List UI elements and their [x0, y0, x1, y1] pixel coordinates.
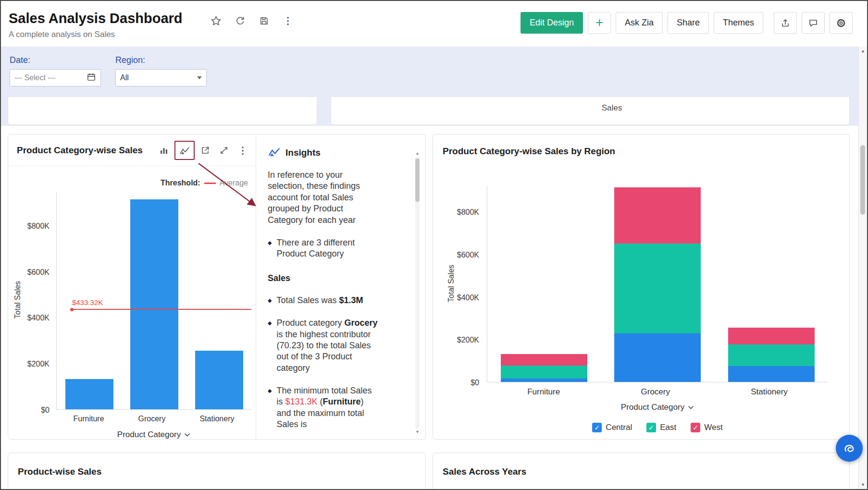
bars-layer — [487, 185, 828, 382]
share-button[interactable]: Share — [668, 12, 709, 34]
dashboard-page: Sales Analysis Dashboard A complete anal… — [0, 0, 868, 490]
insight-bullet: ◆There are 3 different Product Category — [268, 237, 380, 260]
comments-icon-button[interactable] — [802, 12, 825, 34]
region-stacked-chart: Total Sales $0$200K$400K$600K$800K Furni… — [433, 135, 849, 439]
ask-zia-button[interactable]: Ask Zia — [616, 12, 663, 34]
legend-item-west[interactable]: ✓West — [691, 423, 722, 432]
calendar-icon — [87, 72, 96, 84]
legend-item-central[interactable]: ✓Central — [592, 423, 632, 432]
plot-area: $433.32K — [56, 191, 251, 410]
x-tick-label: Furniture — [74, 415, 104, 423]
expand-icon[interactable] — [216, 142, 232, 159]
zia-insights-icon[interactable] — [174, 141, 195, 160]
chart-kebab-icon[interactable]: ⋮ — [235, 142, 251, 159]
insight-bullet: ◆Total Sales was $1.3M — [268, 295, 380, 306]
x-axis-title[interactable]: Product Category — [487, 403, 828, 412]
category-sales-chart-area: Threshold: Average Total Sales $0$200K$4… — [8, 166, 256, 439]
sales-across-years-title: Sales Across Years — [433, 453, 849, 477]
page-subtitle: A complete analysis on Sales — [9, 30, 115, 39]
bar-segment-stationery-central[interactable] — [728, 366, 815, 382]
y-tick-label: $800K — [20, 222, 50, 231]
bar-grocery[interactable] — [130, 199, 178, 409]
x-axis-title[interactable]: Product Category — [56, 430, 251, 440]
zia-insights-icon — [268, 145, 281, 160]
insight-bullet: ◆Product category Grocery is the highest… — [268, 318, 380, 374]
chevron-down-icon — [184, 433, 190, 437]
chevron-down-icon — [197, 76, 202, 79]
x-tick-label: Stationery — [751, 387, 788, 397]
themes-button[interactable]: Themes — [714, 12, 763, 34]
sales-across-years-panel: Sales Across Years — [433, 453, 850, 490]
bar-grocery[interactable] — [614, 187, 701, 382]
legend-checkbox-east[interactable]: ✓ — [646, 423, 656, 432]
x-axis-title-text: Product Category — [117, 430, 181, 440]
scroll-down-arrow-icon[interactable]: ▼ — [859, 482, 867, 487]
bar-segment-stationery-east[interactable] — [728, 344, 815, 366]
header-actions: Edit Design + Ask Zia Share Themes — [521, 12, 853, 34]
bar-segment-stationery-west[interactable] — [728, 328, 815, 344]
settings-gear-icon-button[interactable] — [830, 12, 853, 34]
bar-segment-grocery-east[interactable] — [614, 244, 701, 333]
bar-furniture[interactable] — [65, 379, 113, 409]
x-tick-label: Grocery — [641, 387, 670, 397]
legend-item-east[interactable]: ✓East — [646, 423, 676, 432]
bar-segment-furniture-east[interactable] — [501, 366, 587, 379]
scroll-down-arrow-icon[interactable]: ▼ — [414, 429, 421, 434]
chevron-down-icon — [688, 405, 694, 410]
scroll-up-arrow-icon[interactable]: ▲ — [859, 49, 867, 53]
bar-slot-furniture — [57, 379, 122, 409]
insight-bullet: ◆The minimum total Sales is $131.3K (Fur… — [268, 385, 380, 430]
chart-type-icon[interactable] — [156, 142, 172, 159]
bar-grocery[interactable] — [130, 199, 178, 409]
bar-segment-grocery-central[interactable] — [614, 333, 701, 382]
y-tick-label: $400K — [20, 314, 50, 322]
page-scroll-thumb[interactable] — [860, 145, 865, 215]
bar-slot-grocery — [601, 187, 714, 382]
header-kebab-icon[interactable]: ⋮ — [281, 13, 295, 28]
date-filter-label: Date: — [10, 55, 30, 65]
region-filter-select[interactable]: All — [115, 69, 207, 86]
add-button[interactable]: + — [588, 12, 611, 34]
bar-furniture[interactable] — [501, 354, 587, 382]
page-scrollbar[interactable]: ▲ ▼ — [858, 47, 867, 489]
bar-segment-furniture-west[interactable] — [501, 354, 587, 366]
product-wise-sales-title: Product-wise Sales — [8, 453, 425, 477]
favorite-star-icon[interactable] — [209, 13, 223, 28]
plot-area — [487, 185, 828, 382]
legend-label: East — [660, 423, 676, 432]
legend-label: Central — [606, 423, 632, 432]
bar-furniture[interactable] — [65, 379, 113, 409]
insights-scrollbar: ▲ ▼ — [414, 151, 421, 434]
insights-intro: In reference to your selection, these fi… — [268, 170, 380, 226]
y-tick-label: $0 — [20, 406, 50, 415]
bar-stationery[interactable] — [728, 328, 815, 382]
insights-scroll-thumb[interactable] — [415, 159, 420, 202]
bar-stationery[interactable] — [195, 351, 243, 409]
bar-stationery[interactable] — [195, 351, 243, 409]
zia-chat-fab[interactable] — [836, 435, 863, 462]
date-filter-value: --- Select --- — [14, 74, 87, 82]
x-tick-label: Grocery — [138, 415, 166, 423]
insights-header: Insights — [268, 145, 397, 160]
open-in-new-icon[interactable] — [197, 142, 213, 159]
chart-legend: ✓Central✓East✓West — [487, 423, 828, 432]
scroll-up-arrow-icon[interactable]: ▲ — [414, 151, 421, 156]
y-axis-ticks: $0$200K$400K$600K$800K — [446, 185, 482, 382]
x-tick-label: Stationery — [199, 415, 234, 423]
bar-segment-grocery-west[interactable] — [614, 187, 701, 244]
category-sales-panel: Product Category-wise Sales ⋮ — [8, 134, 426, 440]
y-tick-label: $200K — [446, 336, 479, 344]
export-icon-button[interactable] — [774, 12, 797, 34]
legend-checkbox-central[interactable]: ✓ — [592, 423, 602, 432]
bar-segment-furniture-central[interactable] — [501, 379, 587, 382]
bullet-diamond-icon: ◆ — [268, 295, 272, 306]
legend-checkbox-west[interactable]: ✓ — [691, 423, 700, 432]
save-icon[interactable] — [257, 13, 271, 28]
refresh-icon[interactable] — [233, 13, 247, 28]
threshold-line: $433.32K — [71, 309, 251, 310]
date-filter-select[interactable]: --- Select --- — [10, 69, 101, 86]
y-tick-label: $600K — [446, 251, 479, 259]
chart-toolbar: ⋮ — [156, 141, 251, 160]
insight-text: Product category Grocery is the highest … — [276, 318, 380, 374]
edit-design-button[interactable]: Edit Design — [521, 12, 583, 34]
